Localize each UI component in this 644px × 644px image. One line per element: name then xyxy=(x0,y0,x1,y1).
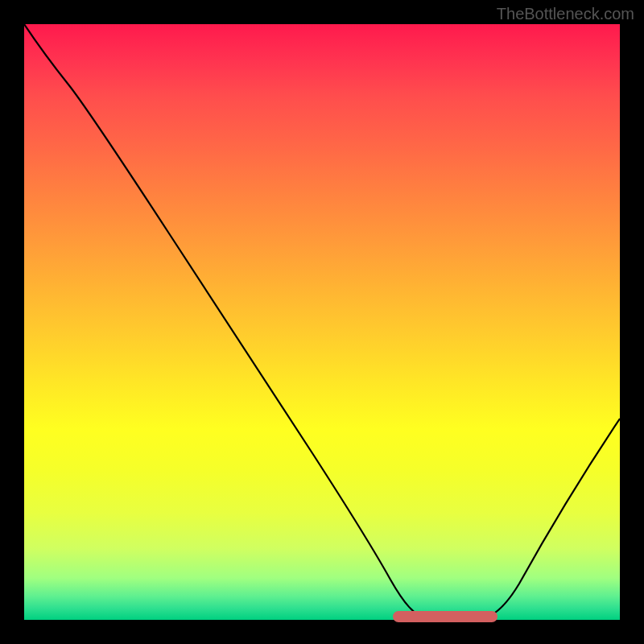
bottleneck-curve xyxy=(24,24,620,620)
chart-plot-area xyxy=(24,24,620,620)
curve-path xyxy=(24,24,620,618)
optimal-range-marker xyxy=(393,611,497,622)
watermark-text: TheBottleneck.com xyxy=(497,5,634,23)
